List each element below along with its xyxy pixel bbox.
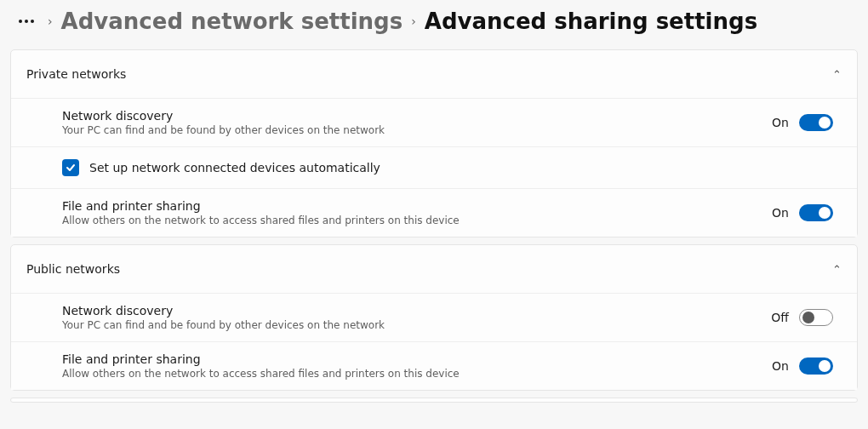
toggle-state-label: On	[772, 206, 789, 220]
chevron-right-icon: ›	[46, 14, 54, 28]
toggle-state-label: On	[772, 359, 789, 373]
ellipsis-icon[interactable]	[14, 16, 39, 26]
setting-title: Network discovery	[62, 304, 385, 317]
setting-auto-setup: Set up network connected devices automat…	[11, 146, 857, 188]
setting-description: Allow others on the network to access sh…	[62, 214, 460, 226]
toggle-network-discovery-public[interactable]	[799, 309, 833, 326]
section-title: Private networks	[26, 67, 126, 81]
toggle-file-printer-sharing-public[interactable]	[799, 358, 833, 375]
setting-title: File and printer sharing	[62, 352, 460, 366]
checkbox-label: Set up network connected devices automat…	[89, 161, 380, 174]
breadcrumb-parent[interactable]: Advanced network settings	[61, 9, 403, 34]
breadcrumb: › Advanced network settings › Advanced s…	[0, 0, 868, 49]
page-title: Advanced sharing settings	[425, 9, 757, 34]
toggle-network-discovery[interactable]	[799, 114, 833, 131]
setting-title: File and printer sharing	[62, 199, 460, 213]
chevron-up-icon: ⌃	[832, 68, 842, 81]
section-stub	[10, 398, 858, 403]
section-title: Public networks	[26, 262, 120, 276]
chevron-up-icon: ⌃	[832, 263, 842, 276]
setting-description: Your PC can find and be found by other d…	[62, 319, 385, 331]
setting-file-printer-sharing-public: File and printer sharing Allow others on…	[11, 341, 857, 390]
section-header-public[interactable]: Public networks ⌃	[11, 245, 857, 293]
setting-description: Allow others on the network to access sh…	[62, 368, 460, 380]
section-private-networks: Private networks ⌃ Network discovery You…	[10, 49, 858, 237]
section-header-private[interactable]: Private networks ⌃	[11, 50, 857, 98]
setting-network-discovery-public: Network discovery Your PC can find and b…	[11, 293, 857, 341]
toggle-state-label: Off	[771, 311, 789, 324]
toggle-file-printer-sharing[interactable]	[799, 204, 833, 221]
section-public-networks: Public networks ⌃ Network discovery Your…	[10, 244, 858, 391]
chevron-right-icon: ›	[409, 14, 418, 28]
setting-description: Your PC can find and be found by other d…	[62, 124, 385, 136]
checkbox-auto-setup[interactable]	[62, 159, 79, 176]
setting-network-discovery: Network discovery Your PC can find and b…	[11, 98, 857, 146]
setting-title: Network discovery	[62, 109, 385, 123]
toggle-state-label: On	[772, 116, 789, 129]
setting-file-printer-sharing: File and printer sharing Allow others on…	[11, 188, 857, 237]
